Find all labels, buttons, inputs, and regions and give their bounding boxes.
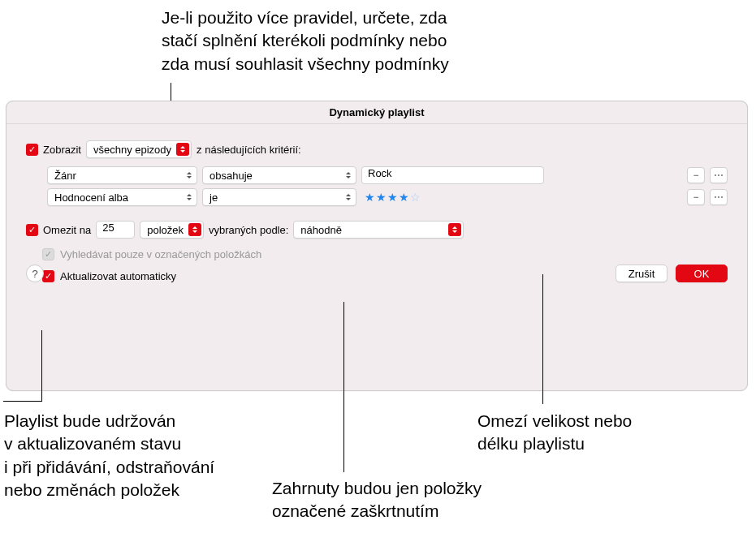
cancel-button[interactable]: Zrušit [616, 265, 667, 282]
rule-field-value: Hodnocení alba [54, 191, 128, 204]
limit-unit-value: položek [147, 224, 184, 236]
leader-line-bl-v [41, 330, 42, 401]
ellipsis-icon: ⋯ [714, 170, 724, 181]
chevron-icon [344, 191, 352, 203]
smart-playlist-dialog: Dynamický playlist ✓ Zobrazit všechny ep… [6, 101, 748, 391]
updown-icon [188, 223, 201, 236]
live-update-checkbox[interactable]: ✓ [42, 270, 54, 282]
rule-value-stars[interactable]: ★★★★☆ [361, 191, 544, 204]
match-row: ✓ Zobrazit všechny epizody z následující… [26, 140, 728, 158]
minus-icon: − [693, 170, 698, 181]
match-mode-select[interactable]: všechny epizody [86, 140, 192, 158]
dialog-title: Dynamický playlist [6, 101, 747, 124]
rule-row: Hodnocení alba je ★★★★☆ − ⋯ [47, 188, 728, 206]
limit-by-value: náhodně [300, 224, 342, 236]
limit-value-input[interactable]: 25 [96, 221, 135, 239]
match-mode-value: všechny epizody [93, 144, 171, 156]
button-bar: Zrušit OK [616, 265, 728, 282]
annotation-any-all: Je-li použito více pravidel, určete, zda… [162, 6, 584, 75]
limit-unit-select[interactable]: položek [140, 221, 204, 239]
limit-by-select[interactable]: náhodně [293, 221, 464, 239]
remove-rule-button[interactable]: − [687, 189, 705, 205]
leader-line-bm [343, 302, 344, 472]
remove-rule-button[interactable]: − [687, 167, 705, 183]
rule-field-select[interactable]: Žánr [47, 166, 197, 184]
dialog-body: ✓ Zobrazit všechny epizody z následující… [6, 124, 747, 295]
limit-checkbox[interactable]: ✓ [26, 224, 38, 236]
only-checked-label: Vyhledávat pouze v označených položkách [60, 248, 261, 260]
limit-label: Omezit na [43, 224, 91, 236]
rule-field-value: Žánr [54, 170, 76, 182]
rule-op-select[interactable]: je [202, 188, 356, 206]
chevron-icon [185, 191, 193, 203]
limit-row: ✓ Omezit na 25 položek vybraných podle: … [26, 221, 728, 239]
question-icon: ? [32, 268, 37, 280]
only-checked-checkbox: ✓ [42, 248, 54, 260]
nest-rule-button[interactable]: ⋯ [710, 167, 728, 183]
rule-op-value: obsahuje [210, 170, 253, 182]
rule-row: Žánr obsahuje Rock − ⋯ [47, 166, 728, 184]
limit-by-label: vybraných podle: [209, 224, 288, 236]
annotation-live-update: Playlist bude udržován v aktualizovaném … [4, 410, 256, 501]
chevron-icon [344, 170, 352, 181]
minus-icon: − [693, 191, 698, 203]
leader-line-br [542, 274, 543, 404]
rules-block: Žánr obsahuje Rock − ⋯ Hodnocení al [47, 166, 728, 206]
updown-icon [176, 143, 189, 156]
help-button[interactable]: ? [26, 265, 44, 282]
rule-field-select[interactable]: Hodnocení alba [47, 188, 197, 206]
rule-op-value: je [210, 191, 218, 204]
ellipsis-icon: ⋯ [714, 191, 724, 203]
live-update-label: Aktualizovat automaticky [60, 270, 176, 282]
annotation-only-checked: Zahrnuty budou jen položky označené zašk… [272, 477, 540, 523]
rule-op-select[interactable]: obsahuje [202, 166, 356, 184]
only-checked-row: ✓ Vyhledávat pouze v označených položkác… [42, 248, 728, 260]
annotation-limit: Omezí velikost nebo délku playlistu [477, 410, 689, 456]
leader-line-bl-h [3, 401, 42, 402]
show-label: Zobrazit [43, 144, 81, 156]
criteria-suffix: z následujících kritérií: [197, 144, 301, 156]
match-checkbox[interactable]: ✓ [26, 144, 38, 156]
chevron-icon [185, 170, 193, 181]
nest-rule-button[interactable]: ⋯ [710, 189, 728, 205]
ok-button[interactable]: OK [676, 265, 728, 282]
updown-icon [448, 223, 461, 236]
rule-value-input[interactable]: Rock [361, 166, 544, 184]
